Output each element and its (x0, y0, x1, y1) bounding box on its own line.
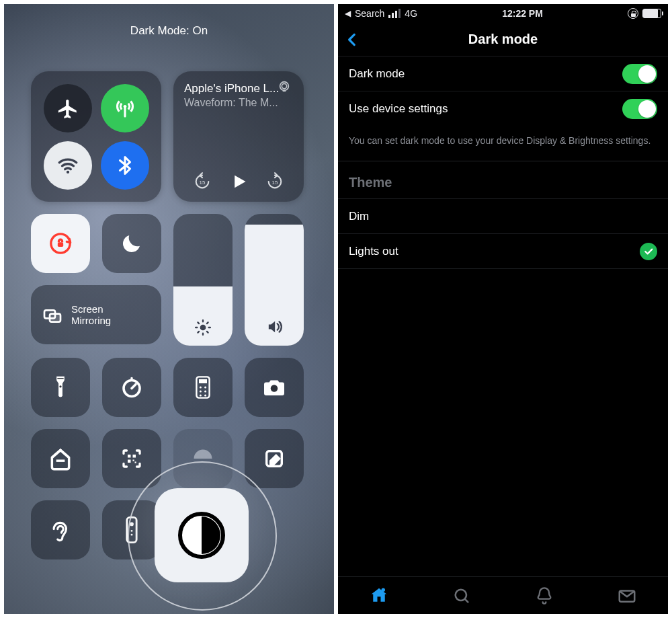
skip-back-icon: 15 (193, 172, 212, 191)
settings-panel: ◀ Search 4G 12:22 PM Dark mode Dark mode… (336, 0, 672, 618)
notes-button[interactable] (245, 429, 304, 488)
remote-icon (126, 516, 138, 543)
bell-icon (535, 586, 554, 605)
camera-button[interactable] (245, 358, 304, 417)
media-subtitle: Waveform: The M... (184, 97, 293, 109)
svg-point-11 (59, 385, 61, 387)
qr-scanner-button[interactable] (102, 429, 161, 488)
theme-option-label: Lights out (349, 245, 640, 258)
timer-icon (120, 375, 144, 399)
screen-mirroring-label: Screen Mirroring (71, 303, 111, 327)
battery-icon (642, 9, 661, 18)
page-title: Dark mode (468, 32, 538, 47)
control-center-panel: Dark Mode: On (0, 0, 336, 618)
bluetooth-button[interactable] (101, 141, 149, 190)
svg-point-31 (130, 523, 134, 527)
svg-rect-9 (50, 314, 60, 322)
theme-section-header: Theme (338, 161, 668, 199)
accessibility-zoom-button[interactable] (173, 429, 233, 488)
flashlight-button[interactable] (31, 358, 90, 417)
cellular-antenna-icon (114, 97, 136, 120)
tab-search[interactable] (421, 577, 503, 614)
nav-bar: Dark mode (338, 23, 668, 56)
svg-point-33 (131, 534, 133, 536)
svg-point-32 (131, 530, 133, 532)
svg-rect-15 (199, 379, 207, 383)
screen-mirroring-icon (42, 304, 63, 325)
use-device-settings-switch[interactable] (622, 99, 657, 119)
dark-mode-icon (178, 512, 225, 559)
tab-notifications[interactable] (503, 577, 586, 614)
tab-home[interactable] (338, 577, 421, 614)
volume-slider[interactable] (245, 214, 304, 346)
airplane-icon (56, 97, 79, 120)
svg-point-3 (282, 83, 286, 88)
screen-mirroring-button[interactable]: Screen Mirroring (31, 285, 161, 344)
home-icon (369, 586, 389, 606)
svg-point-19 (204, 390, 206, 392)
flashlight-icon (51, 374, 70, 401)
back-to-app-icon[interactable]: ◀ (345, 9, 351, 18)
hearing-button[interactable] (31, 500, 90, 559)
svg-rect-23 (128, 455, 131, 458)
svg-rect-27 (135, 462, 136, 463)
do-not-disturb-button[interactable] (102, 214, 161, 273)
rotation-lock-icon (47, 230, 74, 257)
airplane-mode-button[interactable] (44, 84, 92, 132)
dark-mode-row[interactable]: Dark mode (338, 56, 668, 91)
media-module[interactable]: Apple's iPhone L... Waveform: The M... 1… (173, 71, 304, 202)
search-icon (452, 586, 471, 605)
dark-mode-status-label: Dark Mode: On (31, 24, 307, 38)
timer-button[interactable] (102, 358, 161, 417)
selected-check-icon (640, 243, 657, 260)
svg-point-1 (66, 170, 69, 173)
wifi-icon (56, 154, 79, 177)
svg-point-17 (204, 386, 206, 388)
svg-point-10 (200, 325, 206, 331)
moon-icon (120, 231, 144, 256)
theme-option-label: Dim (349, 210, 657, 223)
cellular-data-button[interactable] (101, 84, 149, 132)
note-icon (263, 447, 286, 470)
theme-option-lights-out[interactable]: Lights out (338, 234, 668, 269)
home-button[interactable] (31, 429, 90, 488)
dark-mode-switch[interactable] (622, 64, 657, 84)
use-device-settings-label: Use device settings (349, 102, 622, 116)
signal-bars-icon (388, 9, 401, 18)
home-icon (48, 446, 73, 471)
skip-forward-icon: 15 (265, 172, 284, 191)
svg-text:15: 15 (200, 180, 206, 186)
person-circle-icon (191, 447, 215, 471)
svg-point-22 (271, 385, 278, 392)
svg-text:15: 15 (272, 180, 278, 186)
svg-point-16 (200, 386, 202, 388)
calculator-button[interactable] (173, 358, 233, 417)
use-device-settings-row[interactable]: Use device settings (338, 91, 668, 126)
dark-mode-toggle-button[interactable] (155, 488, 249, 582)
svg-point-34 (382, 588, 386, 592)
skip-forward-15-button[interactable]: 15 (265, 172, 284, 194)
tab-bar (338, 576, 668, 614)
dark-mode-label: Dark mode (349, 67, 622, 81)
play-button[interactable] (229, 172, 248, 194)
svg-rect-24 (133, 455, 136, 458)
airplay-icon[interactable] (277, 79, 292, 97)
skip-back-15-button[interactable]: 15 (193, 172, 212, 194)
wifi-button[interactable] (44, 141, 92, 190)
chevron-left-icon (343, 31, 361, 48)
theme-option-dim[interactable]: Dim (338, 199, 668, 234)
tab-messages[interactable] (585, 577, 668, 614)
brightness-slider[interactable] (173, 214, 233, 346)
rotation-lock-button[interactable] (31, 214, 90, 273)
svg-point-18 (200, 390, 202, 392)
rotation-lock-status-icon (628, 8, 638, 19)
back-to-app-label[interactable]: Search (355, 8, 384, 19)
svg-rect-7 (58, 242, 63, 247)
connectivity-module[interactable] (31, 71, 161, 202)
remote-button[interactable] (102, 500, 161, 559)
back-button[interactable] (343, 23, 361, 56)
bluetooth-icon (115, 155, 135, 176)
svg-rect-26 (133, 460, 134, 461)
camera-icon (261, 377, 287, 397)
svg-rect-12 (57, 378, 63, 379)
